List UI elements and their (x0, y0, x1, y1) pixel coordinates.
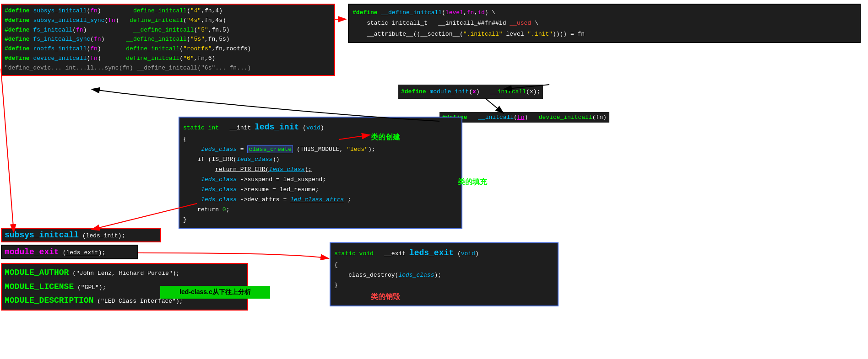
code-line-5: #define rootfs_initcall(fn) define_initc… (5, 44, 331, 54)
init-line-10: } (183, 215, 458, 225)
code-line-6: #define device_initcall(fn) define_initc… (5, 54, 331, 64)
tr-line-3: __attribute__((__section__(".initcall" l… (353, 29, 856, 39)
arrow-module-exit-to-leds-exit (138, 253, 329, 258)
chinese-fill-label: 类的填充 (458, 177, 487, 187)
module-exit-box: module_exit (leds_exit); (1, 245, 138, 259)
code-line-4: #define fs_initcall_sync(fn) __define_in… (5, 35, 331, 44)
code-line-3: #define fs_initcall(fn) __define_initcal… (5, 26, 331, 35)
code-line-1: #define subsys_initcall(fn) define_initc… (5, 6, 331, 16)
main-container: #define subsys_initcall(fn) define_initc… (0, 0, 868, 359)
exit-line-1: static void __exit leds_exit (void) (334, 246, 554, 260)
tr-line-2: static initcall_t __initcall_##fn##id __… (353, 18, 856, 28)
exit-line-2: { (334, 260, 554, 270)
initcall-line: #define __initcall(fn) device_initcall(f… (442, 114, 607, 121)
init-line-2: { (183, 134, 458, 145)
tr-line-1: #define __define_initcall(level,fn,id) \ (353, 7, 856, 18)
module-init-line: #define module_init(x) __initcall(x); (401, 86, 540, 97)
chinese-destroy-label: 类的销毁 (334, 290, 554, 303)
init-line-9: return 0; (183, 205, 458, 215)
code-line-2: #define subsys_initcall_sync(fn) define_… (5, 16, 331, 26)
init-line-4: if (IS_ERR(leds_class)) (183, 155, 458, 165)
led-class-label: led-class.c从下往上分析 (160, 286, 270, 299)
init-line-7: leds_class ->resume = led_resume; (183, 185, 458, 195)
initcall-area: #define __initcall(fn) device_initcall(f… (439, 112, 609, 123)
module-exit-line: module_exit (leds_exit); (5, 247, 135, 257)
exit-line-3: class_destroy(leds_class); (334, 270, 554, 280)
leds-init-box: static int __init leds_init (void) { led… (179, 117, 462, 229)
arrow-module-init-to-initcall (485, 98, 504, 113)
author-line: MODULE_AUTHOR ("John Lenz, Richard Purdi… (5, 266, 244, 280)
arrow-top-left-to-subsys (1, 69, 14, 232)
init-line-5: return PTR_ERR(leds_class); (183, 165, 458, 175)
chinese-create-label: 类的创建 (371, 133, 400, 142)
module-init-area: #define module_init(x) __initcall(x); (398, 85, 543, 99)
init-line-8: leds_class ->dev_attrs = led_class_attrs… (183, 195, 458, 205)
code-line-7: "define_devic... int...ll...sync(fn) __d… (5, 64, 331, 73)
exit-line-4: } (334, 280, 554, 290)
init-line-3: leds_class = class_create (THIS_MODULE, … (183, 145, 458, 155)
subsys-initcall-box: subsys_initcall (leds_init); (1, 228, 161, 242)
subsys-line: subsys_initcall (leds_init); (5, 230, 157, 240)
top-right-code-box: #define __define_initcall(level,fn,id) \… (348, 4, 861, 43)
leds-exit-box: static void __exit leds_exit (void) { cl… (330, 242, 559, 306)
top-left-code-box: #define subsys_initcall(fn) define_initc… (1, 4, 335, 76)
init-line-6: leds_class ->suspend = led_suspend; (183, 175, 458, 185)
init-line-1: static int __init leds_init (void) (183, 120, 458, 134)
